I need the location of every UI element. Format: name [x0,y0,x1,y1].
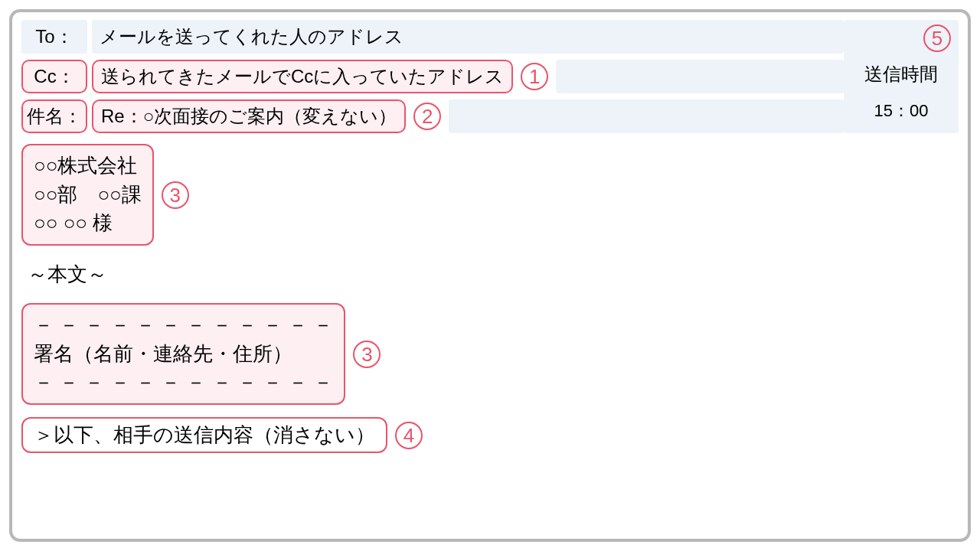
cc-row: Cc： 送られてきたメールでCcに入っていたアドレス [21,60,513,93]
sig-text: 署名（名前・連絡先・住所） [34,340,333,369]
addressee-block: ○○株式会社 ○○部 ○○課 ○○ ○○ 様 3 [21,144,959,246]
sig-dash-top: － － － － － － － － － － － － [34,311,333,340]
badge-3a: 3 [162,181,189,209]
subject-row-group: 件名： Re：○次面接のご案内（変えない） 2 [21,99,844,133]
subject-value: Re：○次面接のご案内（変えない） [92,99,406,133]
send-time-label: 送信時間 [864,62,938,86]
header-area: To： メールを送ってくれた人のアドレス Cc： 送られてきたメールでCcに入っ… [21,20,959,133]
addressee-line1: ○○株式会社 [34,152,142,181]
send-time-value: 15：00 [874,99,929,122]
signature-block: － － － － － － － － － － － － 署名（名前・連絡先・住所） － … [21,303,959,405]
quoted-box: ＞以下、相手の送信内容（消さない） [21,417,387,453]
cc-label: Cc： [21,60,87,93]
badge-3b: 3 [353,341,381,368]
to-row: To： メールを送ってくれた人のアドレス [21,20,844,54]
cc-value: 送られてきたメールでCcに入っていたアドレス [92,60,513,93]
fields-column: To： メールを送ってくれた人のアドレス Cc： 送られてきたメールでCcに入っ… [21,20,844,133]
addressee-box: ○○株式会社 ○○部 ○○課 ○○ ○○ 様 [21,144,154,246]
cc-spacer [556,60,844,93]
to-value: メールを送ってくれた人のアドレス [92,20,844,54]
to-label: To： [21,20,87,54]
addressee-line2: ○○部 ○○課 [34,181,142,210]
subject-row: 件名： Re：○次面接のご案内（変えない） [21,99,406,133]
cc-row-group: Cc： 送られてきたメールでCcに入っていたアドレス 1 [21,60,844,93]
body-marker: ～本文～ [21,258,959,291]
badge-5: 5 [923,24,951,52]
addressee-line3: ○○ ○○ 様 [34,209,142,238]
subject-label: 件名： [21,99,87,133]
body-area: ○○株式会社 ○○部 ○○課 ○○ ○○ 様 3 ～本文～ － － － － － … [21,144,959,453]
signature-box: － － － － － － － － － － － － 署名（名前・連絡先・住所） － … [21,303,345,405]
subject-spacer [449,99,844,133]
badge-2: 2 [413,103,441,130]
badge-1: 1 [521,63,548,90]
badge-4: 4 [395,422,423,449]
email-diagram-frame: To： メールを送ってくれた人のアドレス Cc： 送られてきたメールでCcに入っ… [9,9,971,542]
quoted-block: ＞以下、相手の送信内容（消さない） 4 [21,417,959,453]
sig-dash-bottom: － － － － － － － － － － － － [34,368,333,397]
send-time-panel: 5 送信時間 15：00 [844,20,959,133]
